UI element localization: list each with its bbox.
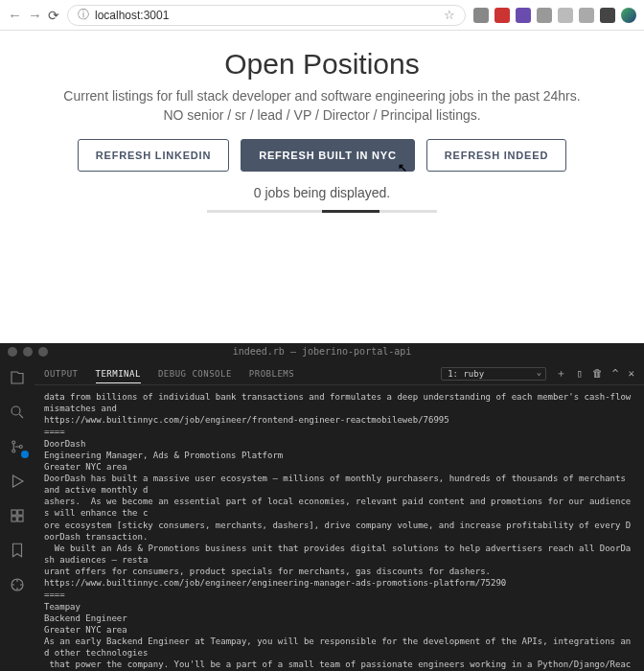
- refresh-indeed-button[interactable]: REFRESH INDEED: [426, 139, 566, 172]
- panel: OUTPUT TERMINAL DEBUG CONSOLE PROBLEMS 1…: [34, 362, 644, 671]
- back-button[interactable]: ←: [8, 7, 22, 23]
- refresh-builtin-button[interactable]: REFRESH BUILT IN NYC ↖: [241, 139, 415, 172]
- extension-purple-icon[interactable]: [516, 8, 531, 23]
- svg-rect-5: [18, 510, 23, 515]
- nav-buttons: ← → ⟳: [8, 7, 59, 23]
- url-text: localhost:3001: [95, 9, 169, 22]
- panel-actions: 1: ruby ＋ ▯ 🗑 ^ ✕: [441, 366, 634, 381]
- editor-window: indeed.rb — joberino-portal-api OUTPUT T…: [0, 343, 644, 671]
- profile-avatar-icon[interactable]: [621, 8, 636, 23]
- svg-point-3: [19, 446, 22, 449]
- bookmark-star-icon[interactable]: ☆: [444, 8, 455, 22]
- progress-bar-fill: [322, 210, 380, 213]
- extension-red-icon[interactable]: [494, 8, 510, 23]
- bookmark-icon[interactable]: [8, 541, 27, 560]
- refresh-builtin-label: REFRESH BUILT IN NYC: [259, 150, 397, 161]
- kill-terminal-icon[interactable]: 🗑: [592, 367, 603, 380]
- search-icon[interactable]: [8, 403, 27, 422]
- tab-debug-console[interactable]: DEBUG CONSOLE: [158, 369, 232, 379]
- extension-puzzle-icon[interactable]: [600, 8, 615, 23]
- gitlens-icon[interactable]: [8, 575, 27, 594]
- extension-shield-icon[interactable]: [473, 8, 489, 23]
- page-title: Open Positions: [19, 48, 625, 81]
- subtitle-line-2: NO senior / sr / lead / VP / Director / …: [19, 105, 625, 125]
- terminal-output[interactable]: data from billions of individual bank tr…: [34, 385, 644, 671]
- extension-gray2-icon[interactable]: [579, 8, 594, 23]
- page-subtitle: Current listings for full stack develope…: [19, 86, 625, 126]
- page-content: Open Positions Current listings for full…: [0, 31, 644, 213]
- reload-button[interactable]: ⟳: [48, 8, 59, 23]
- extensions-icon[interactable]: [8, 506, 27, 525]
- close-panel-icon[interactable]: ✕: [628, 367, 634, 380]
- tab-output[interactable]: OUTPUT: [44, 369, 79, 379]
- svg-rect-7: [18, 517, 23, 521]
- new-terminal-icon[interactable]: ＋: [556, 366, 566, 381]
- jobs-status-text: 0 jobs being displayed.: [19, 185, 625, 200]
- svg-rect-4: [12, 510, 16, 515]
- tab-problems[interactable]: PROBLEMS: [249, 369, 294, 379]
- debug-icon[interactable]: [8, 472, 27, 491]
- svg-point-0: [12, 406, 20, 415]
- browser-toolbar: ← → ⟳ ⓘ localhost:3001 ☆: [0, 0, 644, 31]
- terminal-selector-dropdown[interactable]: 1: ruby: [441, 367, 546, 381]
- progress-bar: [207, 210, 437, 213]
- address-bar[interactable]: ⓘ localhost:3001 ☆: [67, 5, 466, 26]
- svg-point-1: [12, 441, 15, 444]
- activity-bar: [0, 362, 34, 671]
- extension-v-icon[interactable]: [558, 8, 573, 23]
- maximize-panel-icon[interactable]: ^: [612, 367, 619, 380]
- svg-point-2: [12, 450, 15, 452]
- refresh-linkedin-button[interactable]: REFRESH LINKEDIN: [78, 139, 229, 172]
- editor-window-title: indeed.rb — joberino-portal-api: [0, 346, 644, 357]
- tab-terminal[interactable]: TERMINAL: [96, 369, 141, 383]
- extension-icons: [473, 8, 636, 23]
- refresh-button-row: REFRESH LINKEDIN REFRESH BUILT IN NYC ↖ …: [19, 139, 625, 172]
- extension-gray-icon[interactable]: [537, 8, 552, 23]
- panel-tabs: OUTPUT TERMINAL DEBUG CONSOLE PROBLEMS 1…: [34, 362, 644, 385]
- explorer-icon[interactable]: [8, 368, 27, 387]
- split-terminal-icon[interactable]: ▯: [576, 367, 583, 380]
- site-info-icon[interactable]: ⓘ: [78, 7, 89, 23]
- cursor-pointer-icon: ↖: [398, 161, 408, 174]
- svg-rect-6: [12, 517, 16, 521]
- forward-button[interactable]: →: [28, 7, 42, 23]
- source-control-icon[interactable]: [8, 437, 27, 456]
- subtitle-line-1: Current listings for full stack develope…: [19, 86, 625, 105]
